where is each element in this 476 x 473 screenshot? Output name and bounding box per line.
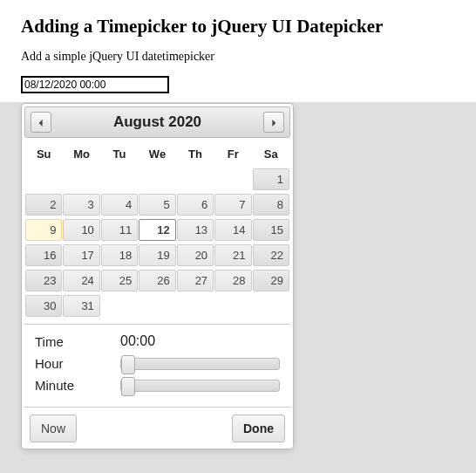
calendar-day[interactable]: 10 — [63, 219, 99, 241]
done-button[interactable]: Done — [232, 415, 285, 442]
dow-header: Su — [25, 142, 62, 166]
calendar-day[interactable]: 30 — [25, 295, 62, 317]
time-panel: Time 00:00 Hour Minute — [24, 324, 290, 401]
calendar-day[interactable]: 28 — [214, 270, 251, 291]
datetimepicker: August 2020 SuMoTuWeThFrSa 1234567891011… — [21, 103, 294, 449]
calendar-day[interactable]: 6 — [177, 194, 214, 216]
time-label: Time — [35, 334, 120, 349]
calendar-day[interactable]: 26 — [139, 270, 175, 291]
hour-slider-handle[interactable] — [121, 355, 135, 374]
minute-slider[interactable] — [120, 380, 280, 392]
calendar-day[interactable]: 1 — [253, 168, 289, 190]
hour-slider[interactable] — [120, 358, 280, 370]
calendar-day[interactable]: 15 — [253, 219, 289, 241]
calendar-day[interactable]: 2 — [25, 194, 62, 216]
calendar-header: August 2020 — [24, 106, 290, 138]
calendar-day[interactable]: 27 — [177, 270, 214, 291]
calendar-day[interactable]: 11 — [101, 219, 138, 241]
calendar-day[interactable]: 25 — [101, 270, 138, 291]
time-value: 00:00 — [120, 333, 155, 349]
calendar-day[interactable]: 16 — [25, 244, 62, 266]
chevron-right-icon — [270, 114, 277, 130]
calendar-day[interactable]: 17 — [63, 244, 99, 266]
page-subtitle: Add a simple jQuery UI datetimepicker — [21, 50, 455, 64]
calendar-day[interactable]: 14 — [214, 219, 251, 241]
hour-label: Hour — [35, 356, 120, 371]
calendar-day[interactable]: 12 — [139, 219, 175, 241]
calendar-day[interactable]: 29 — [253, 270, 289, 291]
dow-header: Th — [177, 142, 214, 166]
dow-header: Fr — [214, 142, 251, 166]
dow-header: Sa — [253, 142, 289, 166]
calendar-day[interactable]: 19 — [139, 244, 175, 266]
calendar-day[interactable]: 23 — [25, 270, 62, 291]
calendar-day[interactable]: 3 — [63, 194, 99, 216]
button-row: Now Done — [24, 407, 290, 446]
calendar-day[interactable]: 13 — [177, 219, 214, 241]
calendar-day[interactable]: 24 — [63, 270, 99, 291]
now-button[interactable]: Now — [30, 415, 77, 442]
next-month-button[interactable] — [263, 112, 284, 133]
chevron-left-icon — [37, 114, 44, 130]
calendar-day[interactable]: 7 — [214, 194, 251, 216]
datetime-input[interactable] — [21, 76, 169, 93]
calendar-day[interactable]: 8 — [253, 194, 289, 216]
calendar-grid: SuMoTuWeThFrSa 1234567891011121314151617… — [24, 141, 290, 319]
dow-header: Tu — [101, 142, 138, 166]
minute-label: Minute — [35, 378, 120, 393]
calendar-day[interactable]: 4 — [101, 194, 138, 216]
calendar-day[interactable]: 5 — [139, 194, 175, 216]
dow-header: Mo — [63, 142, 99, 166]
calendar-day[interactable]: 18 — [101, 244, 138, 266]
dow-header: We — [139, 142, 175, 166]
calendar-day[interactable]: 31 — [63, 295, 99, 317]
calendar-day[interactable]: 9 — [25, 219, 62, 241]
prev-month-button[interactable] — [31, 112, 51, 133]
calendar-day[interactable]: 20 — [177, 244, 214, 266]
calendar-day[interactable]: 22 — [253, 244, 289, 266]
minute-slider-handle[interactable] — [121, 377, 135, 396]
page-title: Adding a Timepicker to jQuery UI Datepic… — [21, 16, 455, 38]
calendar-title: August 2020 — [113, 113, 201, 131]
calendar-day[interactable]: 21 — [214, 244, 251, 266]
